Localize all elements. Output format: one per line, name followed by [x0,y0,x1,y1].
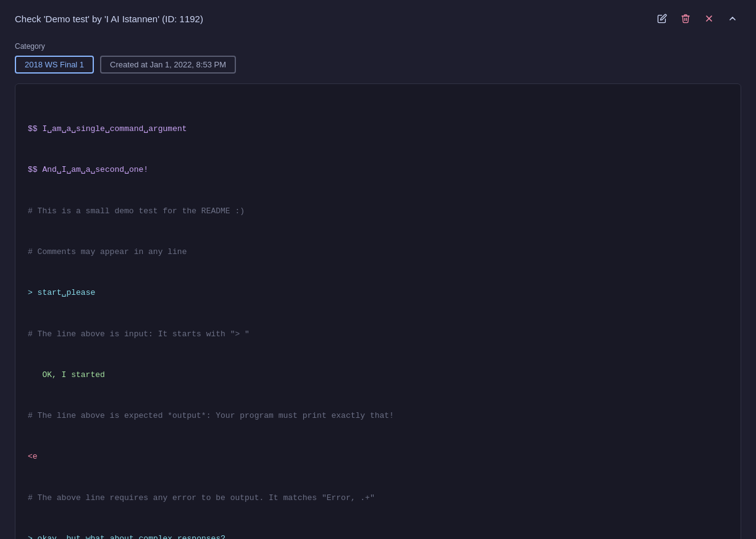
code-line-2: $$ And␣I␣am␣a␣second␣one! [28,163,728,177]
category-badges: 2018 WS Final 1 Created at Jan 1, 2022, … [15,56,741,74]
header-actions [653,10,741,27]
category-badge-secondary: Created at Jan 1, 2022, 8:53 PM [100,56,236,74]
code-line-6: # The line above is input: It starts wit… [28,328,728,341]
code-line-7: OK, I started [28,368,728,382]
delete-button[interactable] [677,10,694,27]
code-line-4: # Comments may appear in any line [28,245,728,259]
close-button[interactable] [700,10,718,27]
category-badge-primary: 2018 WS Final 1 [15,56,94,74]
code-line-8: # The line above is expected *output*: Y… [28,409,728,423]
code-line-10: # The above line requires any error to b… [28,491,728,505]
collapse-button[interactable] [724,10,741,27]
header: Check 'Demo test' by 'I AI Istannen' (ID… [0,0,756,37]
edit-button[interactable] [653,10,671,27]
category-label: Category [15,42,741,51]
category-section: Category 2018 WS Final 1 Created at Jan … [15,42,741,74]
code-block: $$ I␣am␣a␣single␣command␣argument $$ And… [15,83,741,539]
code-line-5: > start␣please [28,286,728,300]
code-line-9: <e [28,450,728,464]
code-line-3: # This is a small demo test for the READ… [28,205,728,218]
code-line-1: $$ I␣am␣a␣single␣command␣argument [28,122,728,136]
page-title: Check 'Demo test' by 'I AI Istannen' (ID… [15,14,203,24]
code-line-11: > okay,␣but␣what␣about␣complex␣responses… [28,532,728,539]
main-content: Category 2018 WS Final 1 Created at Jan … [0,37,756,539]
